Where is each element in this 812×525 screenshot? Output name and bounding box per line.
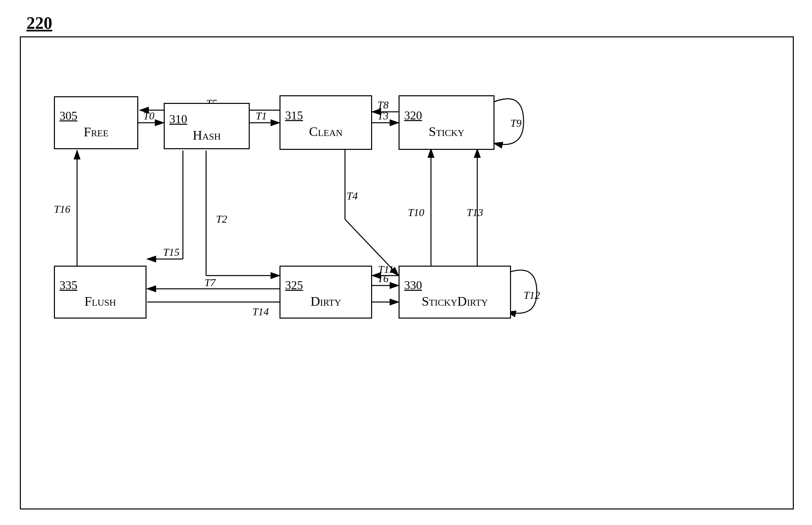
state-hash: 310 Hash [164, 103, 250, 149]
svg-text:T8: T8 [378, 99, 389, 111]
svg-text:T12: T12 [524, 289, 540, 301]
page: 220 T0 T1 T5 T3 [0, 0, 812, 525]
name-free: Free [84, 124, 108, 140]
ref-sticky: 320 [404, 108, 422, 122]
svg-text:T13: T13 [467, 207, 483, 218]
svg-text:T1: T1 [256, 110, 267, 122]
svg-text:T6: T6 [378, 273, 389, 285]
ref-flush: 335 [60, 278, 77, 292]
ref-clean: 315 [285, 108, 303, 122]
state-flush: 335 Flush [54, 266, 147, 318]
svg-text:T14: T14 [252, 306, 269, 318]
svg-text:T4: T4 [347, 190, 358, 202]
ref-hash: 310 [169, 112, 187, 126]
svg-text:T11: T11 [378, 263, 394, 275]
state-clean: 315 Clean [279, 95, 372, 150]
svg-text:T9: T9 [510, 117, 522, 129]
svg-text:T2: T2 [216, 213, 227, 225]
diagram-label: 220 [27, 13, 52, 33]
ref-stickydirty: 330 [404, 278, 422, 292]
state-free: 305 Free [54, 96, 138, 149]
state-stickydirty: 330 StickyDirty [399, 266, 511, 318]
name-hash: Hash [193, 127, 221, 143]
svg-text:T16: T16 [54, 203, 71, 215]
svg-text:T10: T10 [408, 207, 424, 218]
svg-text:T0: T0 [143, 110, 154, 122]
state-dirty: 325 Dirty [279, 266, 372, 318]
state-sticky: 320 Sticky [399, 95, 494, 150]
name-clean: Clean [309, 124, 342, 139]
ref-dirty: 325 [285, 278, 303, 292]
svg-text:T3: T3 [378, 110, 389, 122]
name-dirty: Dirty [310, 294, 341, 309]
name-sticky: Sticky [429, 124, 464, 139]
svg-text:T15: T15 [163, 246, 180, 258]
outer-border: T0 T1 T5 T3 T8 T9 T2 T15 [20, 36, 794, 509]
ref-free: 305 [60, 109, 77, 123]
name-stickydirty: StickyDirty [422, 294, 488, 309]
svg-text:T7: T7 [204, 276, 216, 288]
name-flush: Flush [85, 294, 116, 309]
